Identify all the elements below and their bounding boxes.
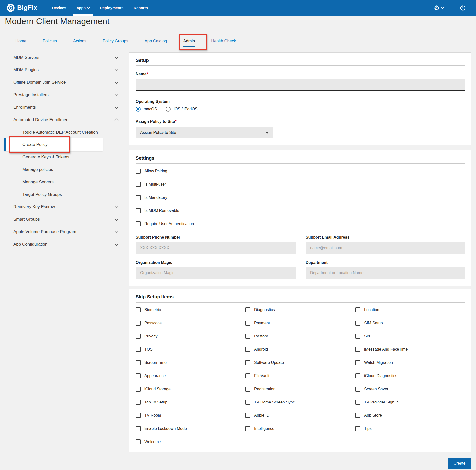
checkbox-label: TV Home Screen Sync	[254, 400, 295, 404]
is-mandatory-checkbox[interactable]	[136, 195, 141, 200]
tv-room-checkbox[interactable]	[136, 413, 141, 418]
is-multi-user-checkbox[interactable]	[136, 182, 141, 187]
nav-item-label: Apps	[76, 6, 86, 10]
sign-out-button[interactable]	[460, 5, 466, 11]
icloud-storage-checkbox[interactable]	[136, 387, 141, 392]
tips-checkbox[interactable]	[355, 426, 360, 431]
is-mdm-removable-checkbox[interactable]	[136, 208, 141, 213]
appearance-checkbox[interactable]	[136, 373, 141, 378]
chevron-down-icon	[87, 6, 90, 9]
sidebar-item-toggle-automatic-dep-account-creation[interactable]: Toggle Automatic DEP Account Creation	[0, 126, 125, 138]
sidebar-item-mdm-servers[interactable]: MDM Servers	[0, 51, 125, 64]
icloud-diagnostics-checkbox[interactable]	[355, 373, 360, 378]
sidebar-item-generate-keys-tokens[interactable]: Generate Keys & Tokens	[0, 151, 125, 163]
intelligence-checkbox[interactable]	[245, 426, 250, 431]
checkbox-label: Appearance	[144, 374, 166, 378]
icloud-storage-row: iCloud Storage	[136, 386, 245, 392]
watch-migration-checkbox[interactable]	[355, 360, 360, 365]
checkbox-label: Tap To Setup	[144, 400, 167, 404]
apple-id-checkbox[interactable]	[245, 413, 250, 418]
privacy-checkbox[interactable]	[136, 334, 141, 339]
operating-system-radio-group: macOS iOS / iPadOS	[136, 107, 465, 112]
allow-pairing-checkbox[interactable]	[136, 169, 141, 174]
name-input[interactable]	[136, 79, 465, 91]
filevault-checkbox[interactable]	[245, 373, 250, 378]
tv-provider-sign-in-checkbox[interactable]	[355, 400, 360, 405]
enable-lockdown-mode-checkbox[interactable]	[136, 426, 141, 431]
caret-down-icon	[265, 132, 269, 134]
sidebar-item-manage-servers[interactable]: Manage Servers	[0, 176, 125, 188]
checkbox-label: TV Room	[144, 413, 161, 418]
support-phone-input[interactable]	[136, 242, 296, 254]
diagnostics-checkbox[interactable]	[245, 307, 250, 312]
checkbox-label: Privacy	[144, 334, 157, 338]
software-update-checkbox[interactable]	[245, 360, 250, 365]
location-checkbox[interactable]	[355, 307, 360, 312]
app-store-checkbox[interactable]	[355, 413, 360, 418]
settings-menu-button[interactable]: ⚙	[434, 5, 444, 11]
sidebar-item-create-policy[interactable]: Create Policy	[4, 138, 103, 151]
tab-app-catalog[interactable]: App Catalog	[144, 39, 167, 47]
organization-magic-input[interactable]	[136, 267, 296, 279]
tab-admin[interactable]: Admin	[183, 39, 195, 47]
tv-home-screen-sync-checkbox[interactable]	[245, 400, 250, 405]
checkbox-label: Apple ID	[254, 413, 269, 418]
payment-checkbox[interactable]	[245, 321, 250, 326]
nav-item-reports[interactable]: Reports	[130, 0, 151, 16]
sidebar-item-apple-volume-purchase-program[interactable]: Apple Volume Purchase Program	[0, 226, 125, 238]
sidebar-item-target-policy-groups[interactable]: Target Policy Groups	[0, 188, 125, 201]
operating-system-label: Operating System	[136, 99, 465, 104]
sidebar-item-smart-groups[interactable]: Smart Groups	[0, 213, 125, 226]
radio-ios-ipados[interactable]	[166, 107, 171, 112]
sidebar-item-manage-policies[interactable]: Manage policies	[0, 163, 125, 176]
icloud-diagnostics-row: iCloud Diagnostics	[355, 373, 465, 379]
sidebar-item-offline-domain-join-service[interactable]: Offline Domain Join Service	[0, 76, 125, 89]
sidebar-item-label: MDM Plugins	[13, 67, 39, 72]
checkbox-label: Registration	[254, 387, 275, 391]
bigfix-logo[interactable]: BigFix	[6, 4, 37, 12]
sidebar-item-automated-device-enrollment[interactable]: Automated Device Enrollment	[0, 114, 125, 126]
assign-policy-dropdown[interactable]: Assign Policy to Site	[136, 127, 273, 138]
biometric-checkbox[interactable]	[136, 307, 141, 312]
imessage-and-facetime-checkbox[interactable]	[355, 347, 360, 352]
sidebar-item-prestage-installers[interactable]: Prestage Installers	[0, 89, 125, 101]
registration-checkbox[interactable]	[245, 387, 250, 392]
android-checkbox[interactable]	[245, 347, 250, 352]
checkbox-label: iMessage And FaceTime	[364, 347, 408, 352]
tab-policies[interactable]: Policies	[42, 39, 57, 47]
nav-item-deployments[interactable]: Deployments	[97, 0, 127, 16]
create-button[interactable]: Create	[448, 458, 471, 469]
apple-id-row: Apple ID	[245, 413, 355, 418]
sidebar-item-app-configuration[interactable]: App Configuration	[0, 238, 125, 251]
tab-home[interactable]: Home	[15, 39, 27, 47]
sidebar-item-label: Toggle Automatic DEP Account Creation	[22, 130, 98, 135]
restore-checkbox[interactable]	[245, 334, 250, 339]
support-email-field: Support Email Address	[306, 235, 465, 254]
department-input[interactable]	[306, 267, 465, 279]
sidebar-item-label: Target Policy Groups	[22, 192, 62, 197]
tab-health-check[interactable]: Health Check	[211, 39, 236, 47]
support-email-input[interactable]	[306, 242, 465, 254]
chevron-down-icon	[115, 229, 119, 233]
checkbox-label: Payment	[254, 321, 270, 325]
checkbox-label: Watch Migration	[364, 360, 393, 365]
passcode-checkbox[interactable]	[136, 321, 141, 326]
tos-checkbox[interactable]	[136, 347, 141, 352]
nav-item-apps[interactable]: Apps	[73, 0, 93, 16]
tab-policy-groups[interactable]: Policy Groups	[102, 39, 129, 47]
nav-item-devices[interactable]: Devices	[49, 0, 70, 16]
sidebar-item-recovery-key-escrow[interactable]: Recovery Key Escrow	[0, 201, 125, 213]
screen-saver-checkbox[interactable]	[355, 387, 360, 392]
sidebar-item-mdm-plugins[interactable]: MDM Plugins	[0, 64, 125, 76]
screen-time-checkbox[interactable]	[136, 360, 141, 365]
chevron-down-icon	[115, 242, 119, 246]
sidebar-item-enrollments[interactable]: Enrollments	[0, 101, 125, 114]
siri-checkbox[interactable]	[355, 334, 360, 339]
tap-to-setup-checkbox[interactable]	[136, 400, 141, 405]
welcome-checkbox[interactable]	[136, 439, 141, 444]
radio-macos[interactable]	[136, 107, 141, 112]
require-user-authentication-checkbox[interactable]	[136, 221, 141, 226]
chevron-down-icon	[115, 105, 119, 109]
sim-setup-checkbox[interactable]	[355, 321, 360, 326]
tab-actions[interactable]: Actions	[73, 39, 87, 47]
